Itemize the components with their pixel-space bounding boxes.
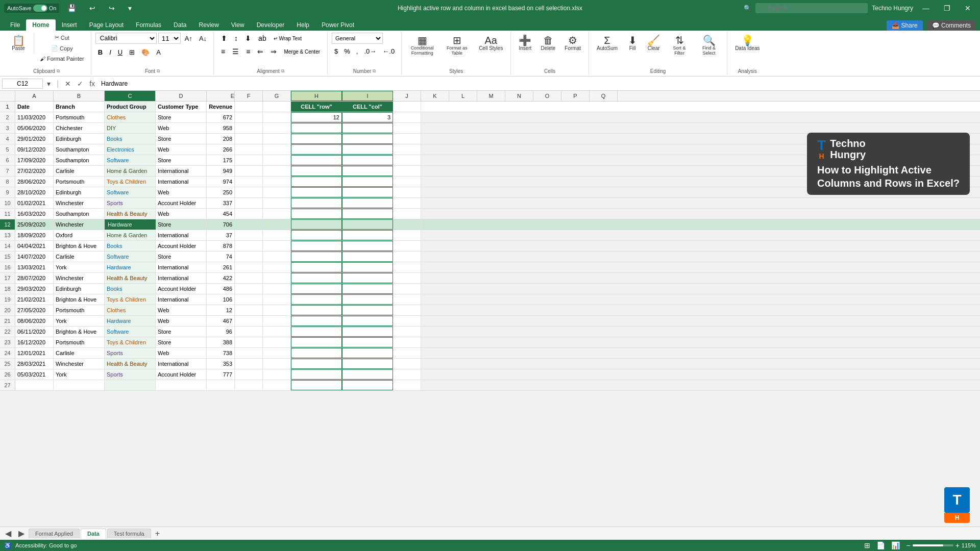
decrease-font-button[interactable]: A↓ [197, 33, 209, 44]
cell-f24[interactable] [235, 348, 263, 358]
row-num-4[interactable]: 4 [0, 134, 15, 144]
cell-c1[interactable]: Product Group [105, 102, 156, 112]
cell-f7[interactable] [235, 166, 263, 176]
increase-indent-button[interactable]: ⇒ [267, 46, 280, 57]
col-header-b[interactable]: B [54, 91, 105, 101]
cell-c7[interactable]: Home & Garden [105, 166, 156, 176]
delete-button[interactable]: 🗑 Delete [537, 33, 559, 54]
confirm-formula-button[interactable]: ✓ [75, 79, 85, 89]
cell-h2[interactable]: 12 [291, 112, 342, 122]
cell-j22[interactable] [393, 327, 421, 337]
cell-h23[interactable] [291, 337, 342, 347]
cell-f19[interactable] [235, 294, 263, 305]
col-header-n[interactable]: N [505, 91, 533, 101]
cell-a23[interactable]: 16/12/2020 [15, 337, 54, 347]
cell-g25[interactable] [263, 359, 291, 369]
tab-developer[interactable]: Developer [251, 19, 291, 31]
cell-e23[interactable]: 388 [207, 337, 235, 347]
row-num-23[interactable]: 23 [0, 337, 15, 347]
format-painter-button[interactable]: 🖌 Format Painter [37, 54, 87, 63]
cell-j13[interactable] [393, 230, 421, 240]
cell-g18[interactable] [263, 284, 291, 294]
cell-b18[interactable]: Edinburgh [54, 284, 105, 294]
col-header-c[interactable]: C [105, 91, 156, 101]
col-header-m[interactable]: M [477, 91, 505, 101]
cell-i7[interactable] [342, 166, 393, 176]
tab-data[interactable]: Data [167, 19, 192, 31]
format-button[interactable]: ⚙ Format [561, 33, 584, 54]
cell-d20[interactable]: Web [156, 305, 207, 315]
row-num-16[interactable]: 16 [0, 262, 15, 272]
cell-g3[interactable] [263, 123, 291, 133]
search-input[interactable] [755, 3, 868, 13]
col-header-e[interactable]: E [207, 91, 235, 101]
tab-page-layout[interactable]: Page Layout [83, 19, 130, 31]
tab-power-pivot[interactable]: Power Pivot [315, 19, 360, 31]
cell-e22[interactable]: 96 [207, 327, 235, 337]
restore-button[interactable]: ❐ [939, 2, 955, 14]
cell-a10[interactable]: 01/02/2021 [15, 198, 54, 208]
decrease-indent-button[interactable]: ⇐ [254, 46, 266, 57]
col-header-o[interactable]: O [533, 91, 561, 101]
cell-e9[interactable]: 250 [207, 187, 235, 197]
tab-home[interactable]: Home [26, 19, 55, 31]
cell-i27[interactable] [342, 380, 393, 390]
cell-a24[interactable]: 12/01/2021 [15, 348, 54, 358]
cell-h10[interactable] [291, 198, 342, 208]
cell-g10[interactable] [263, 198, 291, 208]
cell-i20[interactable] [342, 305, 393, 315]
row-num-22[interactable]: 22 [0, 327, 15, 337]
cell-i26[interactable] [342, 369, 393, 380]
cell-b11[interactable]: Southampton [54, 209, 105, 219]
cell-j19[interactable] [393, 294, 421, 305]
cell-a20[interactable]: 27/05/2020 [15, 305, 54, 315]
cell-b22[interactable]: Brighton & Hove [54, 327, 105, 337]
percent-button[interactable]: % [341, 45, 353, 57]
cell-e3[interactable]: 958 [207, 123, 235, 133]
bold-button[interactable]: B [95, 46, 105, 58]
cell-c19[interactable]: Toys & Children [105, 294, 156, 305]
cell-h18[interactable] [291, 284, 342, 294]
cell-b23[interactable]: Portsmouth [54, 337, 105, 347]
cell-j5[interactable] [393, 144, 421, 155]
cell-h6[interactable] [291, 155, 342, 165]
cell-j20[interactable] [393, 305, 421, 315]
name-box[interactable] [2, 79, 43, 89]
cell-f8[interactable] [235, 177, 263, 187]
cell-g20[interactable] [263, 305, 291, 315]
cell-d25[interactable]: International [156, 359, 207, 369]
cell-i5[interactable] [342, 144, 393, 155]
redo-button[interactable]: ↪ [104, 2, 120, 14]
cell-b26[interactable]: York [54, 369, 105, 380]
col-header-g[interactable]: G [263, 91, 291, 101]
cell-d8[interactable]: International [156, 177, 207, 187]
cell-j9[interactable] [393, 187, 421, 197]
cell-c15[interactable]: Software [105, 252, 156, 262]
cell-d12[interactable]: Store [156, 219, 207, 230]
underline-button[interactable]: U [115, 46, 125, 58]
format-as-table-button[interactable]: ⊞ Format as Table [440, 33, 473, 58]
cell-a8[interactable]: 28/06/2020 [15, 177, 54, 187]
cell-g27[interactable] [263, 380, 291, 390]
undo-button[interactable]: ↩ [84, 2, 101, 14]
cell-j10[interactable] [393, 198, 421, 208]
clipboard-expand-icon[interactable]: ⧉ [57, 68, 60, 74]
cell-h12[interactable] [291, 219, 342, 230]
cell-h1[interactable]: CELL "row" [291, 102, 342, 112]
cell-e20[interactable]: 12 [207, 305, 235, 315]
cell-d27[interactable] [156, 380, 207, 390]
cell-c26[interactable]: Sports [105, 369, 156, 380]
cell-j15[interactable] [393, 252, 421, 262]
cell-f23[interactable] [235, 337, 263, 347]
align-bottom-button[interactable]: ⬇ [242, 33, 254, 44]
cell-d7[interactable]: International [156, 166, 207, 176]
copy-button[interactable]: 📄 Copy [37, 43, 87, 53]
cell-j14[interactable] [393, 241, 421, 251]
cell-b15[interactable]: Carlisle [54, 252, 105, 262]
cell-c17[interactable]: Health & Beauty [105, 273, 156, 283]
cell-f16[interactable] [235, 262, 263, 272]
cell-a14[interactable]: 04/04/2021 [15, 241, 54, 251]
cell-a3[interactable]: 05/06/2020 [15, 123, 54, 133]
cell-a19[interactable]: 21/02/2021 [15, 294, 54, 305]
cell-f5[interactable] [235, 144, 263, 155]
